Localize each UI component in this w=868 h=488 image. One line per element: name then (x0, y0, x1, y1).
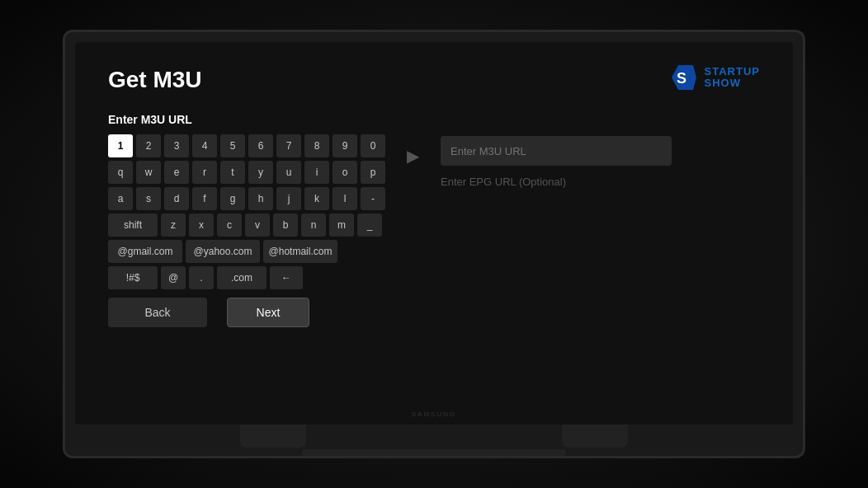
back-button[interactable]: Back (108, 298, 207, 327)
content-area: Get M3U Enter M3U URL 1 2 3 4 5 6 (75, 42, 793, 425)
key-l[interactable]: l (333, 187, 357, 210)
key-4[interactable]: 4 (192, 134, 217, 157)
key-backspace[interactable]: ← (270, 266, 303, 289)
key-gmail[interactable]: @gmail.com (108, 240, 182, 263)
stand-base (302, 449, 566, 456)
logo-startup: STARTUP (705, 66, 760, 77)
stand-leg-left (240, 425, 306, 448)
key-x[interactable]: x (189, 214, 214, 237)
key-f[interactable]: f (192, 187, 217, 210)
key-a[interactable]: a (108, 187, 133, 210)
samsung-brand-label: SAMSUNG (412, 411, 456, 418)
key-i[interactable]: i (304, 161, 329, 184)
epg-url-label: Enter EPG URL (Optional) (441, 176, 760, 188)
key-b[interactable]: b (273, 214, 298, 237)
key-j[interactable]: j (276, 187, 301, 210)
key-9[interactable]: 9 (333, 134, 357, 157)
key-3[interactable]: 3 (164, 134, 189, 157)
key-r[interactable]: r (192, 161, 217, 184)
key-2[interactable]: 2 (136, 134, 161, 157)
key-s[interactable]: s (136, 187, 161, 210)
tv-stand (75, 425, 793, 448)
key-n[interactable]: n (301, 214, 326, 237)
key-row-qwerty: q w e r t y u i o p (108, 161, 385, 184)
key-row-special: !#$ @ . .com ← (108, 266, 385, 289)
page-title: Get M3U (108, 67, 760, 93)
key-z[interactable]: z (161, 214, 186, 237)
key-8[interactable]: 8 (304, 134, 329, 157)
logo-show: SHOW (705, 77, 760, 89)
right-arrow-icon: ▶ (407, 146, 419, 166)
key-o[interactable]: o (333, 161, 357, 184)
input-section: Enter EPG URL (Optional) (441, 113, 760, 188)
logo-text: STARTUP SHOW (705, 66, 760, 90)
keyboard-section: Enter M3U URL 1 2 3 4 5 6 7 8 9 (108, 113, 385, 327)
key-u[interactable]: u (276, 161, 301, 184)
key-at[interactable]: @ (161, 266, 186, 289)
key-1[interactable]: 1 (108, 134, 133, 157)
key-d[interactable]: d (164, 187, 189, 210)
m3u-url-input[interactable] (441, 136, 672, 166)
key-y[interactable]: y (248, 161, 273, 184)
key-t[interactable]: t (220, 161, 245, 184)
key-h[interactable]: h (248, 187, 273, 210)
key-dash[interactable]: - (361, 187, 385, 210)
key-e[interactable]: e (164, 161, 189, 184)
key-dot[interactable]: . (189, 266, 214, 289)
key-shift[interactable]: shift (108, 214, 158, 237)
action-row: Back Next (108, 298, 385, 327)
key-0[interactable]: 0 (361, 134, 385, 157)
key-k[interactable]: k (304, 187, 329, 210)
arrow-section: ▶ (402, 136, 424, 166)
key-row-numbers: 1 2 3 4 5 6 7 8 9 0 (108, 134, 385, 157)
tv-body: S STARTUP SHOW Get M3U Enter M3U URL 1 (63, 30, 805, 458)
section-label: Enter M3U URL (108, 113, 385, 126)
key-m[interactable]: m (329, 214, 354, 237)
key-v[interactable]: v (245, 214, 270, 237)
startup-logo-icon: S (668, 62, 700, 93)
key-6[interactable]: 6 (248, 134, 273, 157)
key-row-email: @gmail.com @yahoo.com @hotmail.com (108, 240, 385, 263)
key-p[interactable]: p (361, 161, 385, 184)
next-button[interactable]: Next (227, 298, 309, 327)
key-underscore[interactable]: _ (357, 214, 382, 237)
logo-area: S STARTUP SHOW (668, 62, 760, 93)
key-yahoo[interactable]: @yahoo.com (186, 240, 260, 263)
stand-leg-right (562, 425, 628, 448)
svg-text:S: S (677, 70, 686, 87)
key-5[interactable]: 5 (220, 134, 245, 157)
key-g[interactable]: g (220, 187, 245, 210)
key-dotcom[interactable]: .com (217, 266, 267, 289)
logo-icon-wrap: S (668, 62, 700, 93)
tv-screen: S STARTUP SHOW Get M3U Enter M3U URL 1 (75, 42, 793, 425)
key-row-asdf: a s d f g h j k l - (108, 187, 385, 210)
key-row-shift: shift z x c v b n m _ (108, 214, 385, 237)
key-7[interactable]: 7 (276, 134, 301, 157)
key-c[interactable]: c (217, 214, 242, 237)
key-q[interactable]: q (108, 161, 133, 184)
key-w[interactable]: w (136, 161, 161, 184)
keyboard: 1 2 3 4 5 6 7 8 9 0 q (108, 134, 385, 289)
key-hotmail[interactable]: @hotmail.com (263, 240, 337, 263)
key-symbols[interactable]: !#$ (108, 266, 158, 289)
main-row: Enter M3U URL 1 2 3 4 5 6 7 8 9 (108, 113, 760, 327)
